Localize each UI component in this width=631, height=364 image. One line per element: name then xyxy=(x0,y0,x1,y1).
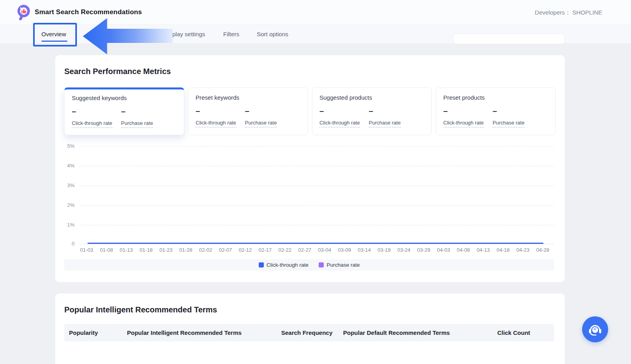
x-axis-label: 03-14 xyxy=(358,247,371,253)
x-axis-label: 04-03 xyxy=(437,247,450,253)
x-axis-label: 04-13 xyxy=(477,247,490,253)
metric-card-suggested-keywords[interactable]: Suggested keywords – Click-through rate … xyxy=(64,87,184,135)
active-tab-indicator xyxy=(41,41,67,42)
main-content: Search Performance Metrics Suggested key… xyxy=(0,43,631,364)
x-axis-label: 04-23 xyxy=(516,247,529,253)
ctr-line xyxy=(88,243,543,244)
purchase-value: – xyxy=(493,106,542,115)
support-button[interactable] xyxy=(582,316,608,342)
col-popularity: Popularity xyxy=(64,329,122,336)
y-tick: 4% xyxy=(64,163,75,169)
purchase-label: Purchase rate xyxy=(121,120,153,128)
page-title: Smart Search Recommendations xyxy=(35,8,142,16)
purchase-swatch-icon xyxy=(319,262,324,267)
x-axis-label: 01-03 xyxy=(80,247,93,253)
gridline xyxy=(79,166,554,166)
y-tick: 5% xyxy=(64,143,75,149)
app-screen: Smart Search Recommendations Developers：… xyxy=(0,0,631,364)
developer-name: SHOPLINE xyxy=(572,9,602,16)
tab-filters[interactable]: Filters xyxy=(223,25,239,43)
x-axis-label: 03-29 xyxy=(417,247,430,253)
ctr-value: – xyxy=(319,106,369,115)
x-axis-label: 04-08 xyxy=(457,247,470,253)
top-bar: Smart Search Recommendations Developers：… xyxy=(0,0,631,25)
x-axis-label: 01-18 xyxy=(140,247,153,253)
metrics-title: Search Performance Metrics xyxy=(64,67,171,76)
col-intelligent-terms: Popular Intelligent Recommended Terms xyxy=(122,329,276,336)
tab-sort-options[interactable]: Sort options xyxy=(257,25,288,43)
y-tick: 2% xyxy=(64,202,75,208)
metrics-panel: Search Performance Metrics Suggested key… xyxy=(55,55,565,282)
x-axis-label: 02-22 xyxy=(278,247,291,253)
performance-line-chart: 5% 4% 3% 2% 1% 0 01-0301-0801-1301-1801-… xyxy=(64,144,554,274)
x-axis-label: 02-07 xyxy=(219,247,232,253)
x-axis-label: 01-13 xyxy=(120,247,133,253)
popular-terms-panel: Popular Intelligent Recommended Terms Po… xyxy=(55,293,565,364)
ctr-value: – xyxy=(443,106,493,115)
headset-icon xyxy=(587,321,603,337)
x-axis-label: 01-28 xyxy=(179,247,192,253)
developers-label: Developers： xyxy=(535,9,571,16)
x-axis-label: 03-09 xyxy=(338,247,351,253)
x-axis-label: 03-19 xyxy=(377,247,390,253)
metric-card-preset-products[interactable]: Preset products – Click-through rate – P… xyxy=(436,87,556,135)
legend-item-purchase[interactable]: Purchase rate xyxy=(319,262,360,268)
gridline xyxy=(79,225,554,225)
x-axis-label: 03-04 xyxy=(318,247,331,253)
x-axis-label: 01-23 xyxy=(159,247,172,253)
app-logo-icon xyxy=(16,4,32,21)
y-tick: 1% xyxy=(64,222,75,228)
col-click-count: Click Count xyxy=(493,329,554,336)
date-range-picker-partial[interactable] xyxy=(454,34,564,44)
metric-cards-row: Suggested keywords – Click-through rate … xyxy=(64,87,556,135)
purchase-label: Purchase rate xyxy=(245,120,277,128)
ctr-value: – xyxy=(72,107,121,116)
y-tick: 3% xyxy=(64,182,75,188)
chart-legend: Click-through rate Purchase rate xyxy=(64,259,554,271)
legend-label: Click-through rate xyxy=(267,262,309,268)
purchase-label: Purchase rate xyxy=(369,120,401,128)
purchase-value: – xyxy=(245,106,294,115)
x-axis-label: 02-17 xyxy=(259,247,272,253)
gridline xyxy=(79,186,554,186)
ctr-label: Click-through rate xyxy=(72,120,112,128)
tab-display-settings[interactable]: Display settings xyxy=(164,25,205,43)
x-axis-label: 04-28 xyxy=(536,247,549,253)
popular-terms-title: Popular Intelligent Recommended Terms xyxy=(64,305,217,314)
table-header-row: Popularity Popular Intelligent Recommend… xyxy=(64,324,554,342)
col-default-terms: Popular Default Recommended Terms xyxy=(335,329,493,336)
metric-card-title: Preset products xyxy=(443,94,548,101)
developers-info: Developers： SHOPLINE xyxy=(535,9,602,17)
legend-item-ctr[interactable]: Click-through rate xyxy=(259,262,309,268)
gridline xyxy=(79,146,554,147)
purchase-value: – xyxy=(369,106,418,115)
purchase-label: Purchase rate xyxy=(493,120,525,128)
x-axis-line xyxy=(79,244,554,244)
x-axis-labels: 01-0301-0801-1301-1801-2301-2802-0202-07… xyxy=(80,247,549,253)
ctr-value: – xyxy=(196,106,245,115)
purchase-value: – xyxy=(121,107,170,116)
ctr-label: Click-through rate xyxy=(196,120,236,128)
x-axis-label: 02-27 xyxy=(298,247,311,253)
x-axis-label: 01-08 xyxy=(100,247,113,253)
x-axis-label: 02-12 xyxy=(239,247,252,253)
col-search-frequency: Search Frequency xyxy=(276,329,335,336)
metric-card-suggested-products[interactable]: Suggested products – Click-through rate … xyxy=(312,87,432,135)
metric-card-preset-keywords[interactable]: Preset keywords – Click-through rate – P… xyxy=(188,87,308,135)
x-axis-label: 02-02 xyxy=(199,247,212,253)
ctr-swatch-icon xyxy=(259,262,264,267)
y-tick: 0 xyxy=(64,241,75,247)
ctr-label: Click-through rate xyxy=(443,120,484,128)
metric-card-title: Preset keywords xyxy=(196,94,301,101)
ctr-label: Click-through rate xyxy=(319,120,360,128)
metric-card-title: Suggested products xyxy=(319,94,424,101)
metric-card-title: Suggested keywords xyxy=(72,95,177,101)
legend-label: Purchase rate xyxy=(327,262,360,268)
x-axis-label: 04-18 xyxy=(497,247,510,253)
x-axis-label: 03-24 xyxy=(398,247,411,253)
gridline xyxy=(79,205,554,206)
